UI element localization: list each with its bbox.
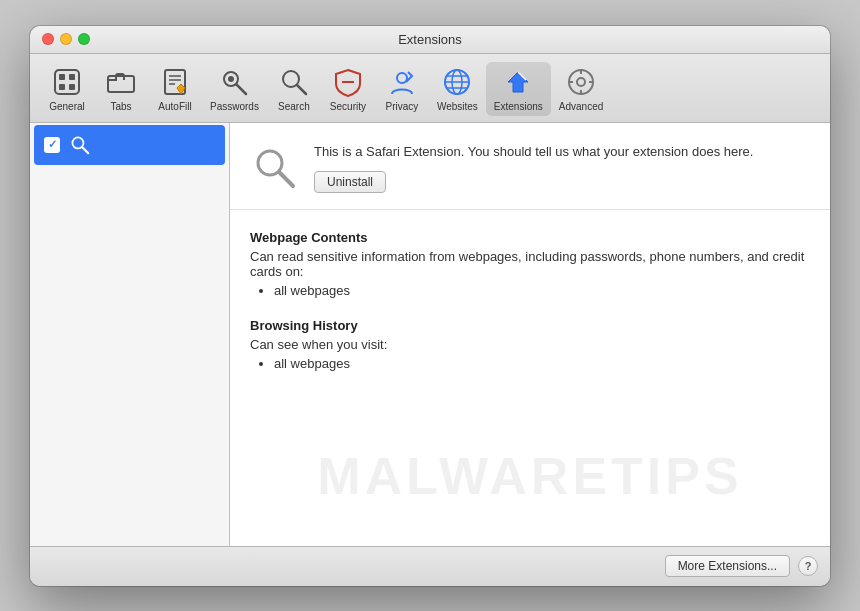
window-title: Extensions [398,32,462,47]
tabs-label: Tabs [110,101,131,112]
tabs-icon [105,66,137,98]
extension-description: This is a Safari Extension. You should t… [314,143,810,161]
autofill-icon [159,66,191,98]
passwords-icon [218,66,250,98]
browsing-history-section: Browsing History Can see when you visit:… [250,318,810,371]
more-extensions-button[interactable]: More Extensions... [665,555,790,577]
websites-icon [441,66,473,98]
webpage-contents-desc: Can read sensitive information from webp… [250,249,810,279]
passwords-label: Passwords [210,101,259,112]
toolbar: General Tabs AutoFill [30,54,830,123]
svg-rect-0 [55,70,79,94]
svg-point-24 [577,78,585,86]
checkmark-icon: ✓ [48,138,57,151]
advanced-label: Advanced [559,101,603,112]
sidebar: ✓ [30,123,230,546]
browsing-history-title: Browsing History [250,318,810,333]
bottom-bar: More Extensions... ? [30,546,830,586]
security-icon [332,66,364,98]
extensions-label: Extensions [494,101,543,112]
main-panel: MALWARETIPS This is a Safari Extension. … [230,123,830,546]
toolbar-item-passwords[interactable]: Passwords [202,62,267,116]
uninstall-button[interactable]: Uninstall [314,171,386,193]
minimize-button[interactable] [60,33,72,45]
webpage-contents-title: Webpage Contents [250,230,810,245]
svg-rect-5 [108,76,134,92]
toolbar-item-advanced[interactable]: Advanced [551,62,611,116]
toolbar-item-general[interactable]: General [40,62,94,116]
toolbar-item-search[interactable]: Search [267,62,321,116]
extension-checkbox[interactable]: ✓ [44,137,60,153]
svg-point-12 [228,76,234,82]
general-icon [51,66,83,98]
svg-rect-1 [59,74,65,80]
svg-line-30 [82,147,88,153]
extensions-icon [502,66,534,98]
svg-line-11 [236,84,246,94]
toolbar-item-autofill[interactable]: AutoFill [148,62,202,116]
webpage-contents-item: all webpages [274,283,810,298]
traffic-lights [42,33,90,45]
sidebar-extension-item[interactable]: ✓ [34,125,225,165]
general-label: General [49,101,85,112]
watermark: MALWARETIPS [317,446,742,506]
toolbar-item-security[interactable]: Security [321,62,375,116]
autofill-label: AutoFill [158,101,191,112]
svg-line-32 [279,172,293,186]
extension-info: This is a Safari Extension. You should t… [314,143,810,193]
svg-rect-2 [59,84,65,90]
titlebar: Extensions [30,26,830,54]
toolbar-item-privacy[interactable]: Privacy [375,62,429,116]
toolbar-item-websites[interactable]: Websites [429,62,486,116]
browsing-history-item: all webpages [274,356,810,371]
webpage-contents-section: Webpage Contents Can read sensitive info… [250,230,810,298]
maximize-button[interactable] [78,33,90,45]
webpage-contents-list: all webpages [250,283,810,298]
toolbar-item-extensions[interactable]: Extensions [486,62,551,116]
close-button[interactable] [42,33,54,45]
svg-rect-3 [69,74,75,80]
content-area: ✓ MALWARETIPS [30,123,830,546]
search-label: Search [278,101,310,112]
advanced-icon [565,66,597,98]
permissions-area: Webpage Contents Can read sensitive info… [230,210,830,411]
extension-header: This is a Safari Extension. You should t… [230,123,830,210]
search-toolbar-icon [278,66,310,98]
browsing-history-desc: Can see when you visit: [250,337,810,352]
help-button[interactable]: ? [798,556,818,576]
browsing-history-list: all webpages [250,356,810,371]
security-label: Security [330,101,366,112]
privacy-label: Privacy [386,101,419,112]
sidebar-ext-icon [68,133,92,157]
svg-rect-4 [69,84,75,90]
extension-main-icon [250,143,298,191]
safari-preferences-window: Extensions General T [30,26,830,586]
svg-line-14 [297,85,306,94]
websites-label: Websites [437,101,478,112]
toolbar-item-tabs[interactable]: Tabs [94,62,148,116]
privacy-icon [386,66,418,98]
